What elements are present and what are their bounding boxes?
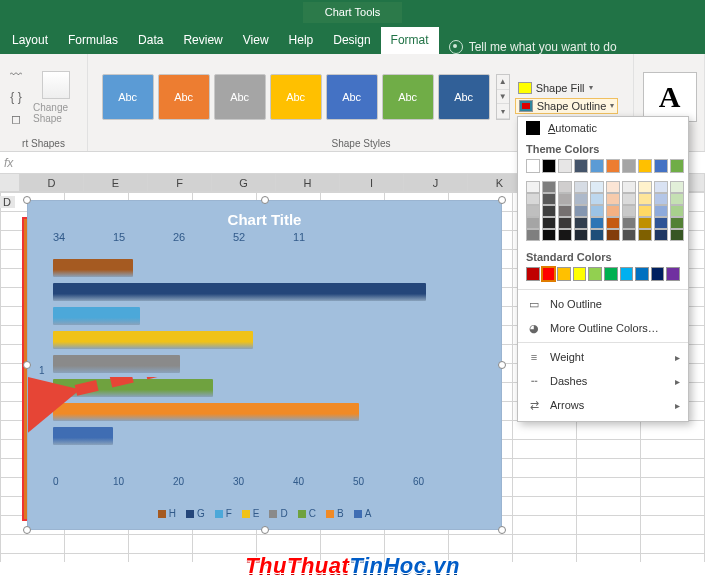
wordart-style-button[interactable]: A <box>643 72 697 122</box>
col-G[interactable]: G <box>212 174 276 191</box>
theme-swatch[interactable] <box>654 159 668 173</box>
standard-swatch[interactable] <box>651 267 665 281</box>
theme-swatch[interactable] <box>542 159 556 173</box>
embedded-chart[interactable]: Chart Title 34 15 26 52 11 1 0 10 20 30 … <box>27 200 502 530</box>
theme-swatch[interactable] <box>606 217 620 229</box>
theme-swatch[interactable] <box>526 229 540 241</box>
theme-swatch[interactable] <box>574 193 588 205</box>
bar-C[interactable] <box>53 379 213 397</box>
gallery-scroll[interactable]: ▲▼▾ <box>496 74 510 120</box>
style-thumb-6[interactable]: Abc <box>382 74 434 120</box>
theme-swatch[interactable] <box>622 193 636 205</box>
shapes-callout-icon[interactable]: ◻ <box>5 108 27 130</box>
col-E[interactable]: E <box>84 174 148 191</box>
legend-item[interactable]: H <box>158 508 176 519</box>
shape-styles-gallery[interactable]: Abc Abc Abc Abc Abc Abc Abc ▲▼▾ <box>102 74 510 120</box>
theme-swatch[interactable] <box>558 217 572 229</box>
tab-help[interactable]: Help <box>279 27 324 54</box>
theme-swatch[interactable] <box>654 193 668 205</box>
standard-swatch[interactable] <box>542 267 556 281</box>
col-D[interactable]: D <box>20 174 84 191</box>
style-thumb-3[interactable]: Abc <box>214 74 266 120</box>
theme-swatch[interactable] <box>590 181 604 193</box>
theme-swatch[interactable] <box>670 193 684 205</box>
shape-fill-button[interactable]: Shape Fill ▾ <box>515 81 619 95</box>
theme-swatch[interactable] <box>606 159 620 173</box>
theme-swatch[interactable] <box>606 205 620 217</box>
theme-swatch[interactable] <box>638 229 652 241</box>
theme-swatch[interactable] <box>638 181 652 193</box>
theme-swatch[interactable] <box>558 159 572 173</box>
theme-swatch[interactable] <box>622 181 636 193</box>
theme-swatch[interactable] <box>574 159 588 173</box>
tab-layout[interactable]: Layout <box>2 27 58 54</box>
standard-swatch[interactable] <box>604 267 618 281</box>
theme-swatch[interactable] <box>670 205 684 217</box>
style-thumb-4[interactable]: Abc <box>270 74 322 120</box>
theme-swatch[interactable] <box>670 159 684 173</box>
theme-swatch[interactable] <box>638 217 652 229</box>
legend-item[interactable]: E <box>242 508 260 519</box>
standard-swatch[interactable] <box>588 267 602 281</box>
col-J[interactable]: J <box>404 174 468 191</box>
menu-dashes[interactable]: ╌ Dashes ▸ <box>518 369 688 393</box>
bar-D[interactable] <box>53 355 180 373</box>
theme-swatch[interactable] <box>654 181 668 193</box>
theme-swatch[interactable] <box>670 229 684 241</box>
menu-arrows[interactable]: ⇄ Arrows ▸ <box>518 393 688 417</box>
tab-view[interactable]: View <box>233 27 279 54</box>
theme-swatch[interactable] <box>590 193 604 205</box>
tab-formulas[interactable]: Formulas <box>58 27 128 54</box>
theme-swatch[interactable] <box>590 205 604 217</box>
menu-automatic[interactable]: Automatic <box>518 117 688 139</box>
theme-swatch[interactable] <box>526 181 540 193</box>
col-F[interactable]: F <box>148 174 212 191</box>
theme-swatch[interactable] <box>654 205 668 217</box>
style-thumb-2[interactable]: Abc <box>158 74 210 120</box>
bar-B[interactable] <box>53 403 359 421</box>
theme-swatch[interactable] <box>590 217 604 229</box>
theme-swatch[interactable] <box>590 159 604 173</box>
theme-swatch[interactable] <box>622 159 636 173</box>
bar-G[interactable] <box>53 283 426 301</box>
legend-item[interactable]: D <box>269 508 287 519</box>
col-I[interactable]: I <box>340 174 404 191</box>
theme-swatch[interactable] <box>606 181 620 193</box>
bar-H[interactable] <box>53 259 133 277</box>
theme-swatch[interactable] <box>622 229 636 241</box>
menu-no-outline[interactable]: ▭ No Outline <box>518 292 688 316</box>
chart-legend[interactable]: HGFEDCBA <box>28 508 501 519</box>
legend-item[interactable]: F <box>215 508 232 519</box>
standard-swatch[interactable] <box>557 267 571 281</box>
theme-swatch[interactable] <box>590 229 604 241</box>
theme-swatch[interactable] <box>542 217 556 229</box>
standard-swatch[interactable] <box>526 267 540 281</box>
tab-review[interactable]: Review <box>173 27 232 54</box>
theme-swatch[interactable] <box>606 229 620 241</box>
theme-swatch[interactable] <box>654 229 668 241</box>
tell-me[interactable]: Tell me what you want to do <box>449 40 617 54</box>
menu-more-outline-colors[interactable]: ◕ More Outline Colors… <box>518 316 688 340</box>
bar-F[interactable] <box>53 307 140 325</box>
theme-swatch[interactable] <box>558 181 572 193</box>
theme-colors-shades[interactable] <box>518 179 688 247</box>
theme-swatch[interactable] <box>542 205 556 217</box>
bar-A[interactable] <box>53 427 113 445</box>
theme-swatch[interactable] <box>654 217 668 229</box>
theme-swatch[interactable] <box>526 159 540 173</box>
theme-swatch[interactable] <box>574 229 588 241</box>
theme-swatch[interactable] <box>638 193 652 205</box>
theme-swatch[interactable] <box>526 217 540 229</box>
tab-design[interactable]: Design <box>323 27 380 54</box>
standard-colors-row[interactable] <box>518 265 688 287</box>
theme-swatch[interactable] <box>670 217 684 229</box>
legend-item[interactable]: B <box>326 508 344 519</box>
chart-plot-area[interactable]: 1 <box>53 255 486 474</box>
shapes-bracket-icon[interactable]: { } <box>5 86 27 108</box>
theme-colors-row1[interactable] <box>518 157 688 179</box>
theme-swatch[interactable] <box>574 217 588 229</box>
shape-outline-button[interactable]: Shape Outline ▾ <box>515 98 619 114</box>
theme-swatch[interactable] <box>622 205 636 217</box>
bar-E[interactable] <box>53 331 253 349</box>
legend-item[interactable]: G <box>186 508 205 519</box>
